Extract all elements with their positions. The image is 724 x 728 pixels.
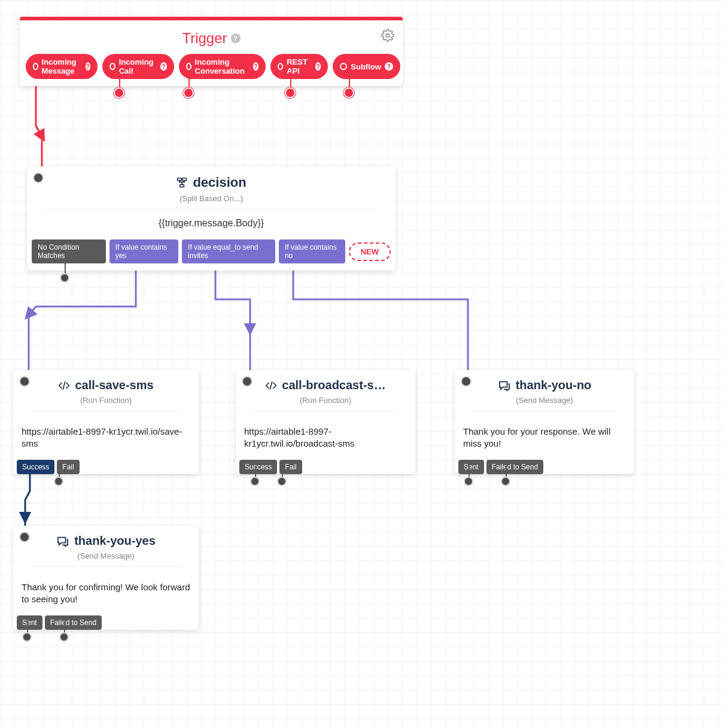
call-broadcast-title-text: call-broadcast-s… xyxy=(282,378,385,392)
call-save-sms-widget[interactable]: call-save-sms (Run Function) https://air… xyxy=(13,370,199,474)
call-broadcast-subtitle: (Run Function) xyxy=(247,396,404,405)
new-condition-button[interactable]: NEW xyxy=(349,242,391,261)
connector-stub xyxy=(27,621,28,633)
connector-stub xyxy=(188,72,190,89)
pill-subflow[interactable]: Subflow? xyxy=(333,54,400,79)
out-fail[interactable]: Fail xyxy=(57,460,79,474)
node-input-dot[interactable] xyxy=(33,172,44,183)
connector-endpoint[interactable] xyxy=(114,87,124,98)
connector-stub xyxy=(290,72,291,89)
connector-endpoint[interactable] xyxy=(54,477,63,486)
help-icon[interactable]: ? xyxy=(231,34,241,43)
call-broadcast-body: https://airtable1-8997-kr1ycr.twil.io/br… xyxy=(236,422,415,460)
trigger-title-text: Trigger xyxy=(182,30,227,47)
connector-stub xyxy=(349,72,350,89)
pill-rest-api[interactable]: REST API? xyxy=(270,54,328,79)
split-icon xyxy=(176,177,188,189)
settings-icon[interactable] xyxy=(381,29,394,42)
call-broadcast-title: call-broadcast-s… xyxy=(247,378,404,392)
chat-icon xyxy=(56,536,69,547)
node-input-dot[interactable] xyxy=(461,376,471,387)
svg-rect-1 xyxy=(178,178,182,181)
connector-endpoint[interactable] xyxy=(501,477,510,486)
thank-yes-title-text: thank-you-yes xyxy=(74,534,156,548)
connector-endpoint[interactable] xyxy=(183,87,194,98)
call-save-subtitle: (Run Function) xyxy=(24,396,188,405)
call-save-title-text: call-save-sms xyxy=(75,378,153,392)
connector-stub xyxy=(506,466,507,478)
connector-endpoint[interactable] xyxy=(464,477,473,486)
connector-stub xyxy=(255,466,256,478)
decision-body: {{trigger.message.Body}} xyxy=(38,216,385,235)
svg-rect-3 xyxy=(180,184,184,187)
out-failed[interactable]: Failed to Send xyxy=(486,460,543,474)
pill-label: Incoming Message xyxy=(42,57,82,75)
thank-yes-body: Thank you for confirming! We look forwar… xyxy=(13,578,199,615)
code-icon xyxy=(58,380,70,391)
chip-equal-send[interactable]: If value equal_to send invites xyxy=(182,239,275,263)
connector-endpoint[interactable] xyxy=(285,87,296,98)
pill-incoming-conversation[interactable]: Incoming Conversation? xyxy=(179,54,266,79)
node-input-dot[interactable] xyxy=(19,376,30,387)
pill-label: Incoming Call xyxy=(119,57,157,75)
thank-yes-title: thank-you-yes xyxy=(24,534,188,548)
pill-incoming-call[interactable]: Incoming Call? xyxy=(102,54,174,79)
out-success[interactable]: Success xyxy=(17,460,54,474)
trigger-widget[interactable]: Trigger ? Incoming Message? Incoming Cal… xyxy=(20,17,403,86)
thank-no-body: Thank you for your response. We will mis… xyxy=(455,422,634,460)
out-sent[interactable]: Sent xyxy=(458,460,484,474)
call-save-body: https://airtable1-8997-kr1ycr.twil.io/sa… xyxy=(13,422,199,460)
decision-title-text: decision xyxy=(193,175,246,190)
connector-stub xyxy=(59,466,60,478)
call-save-title: call-save-sms xyxy=(24,378,188,392)
chip-contains-yes[interactable]: If value contains yes xyxy=(109,239,178,263)
connector-stub xyxy=(119,72,120,89)
connector-stub xyxy=(64,621,65,633)
thank-yes-subtitle: (Send Message) xyxy=(24,551,188,560)
decision-title: decision xyxy=(38,175,385,190)
connector-endpoint[interactable] xyxy=(343,87,354,98)
connector-endpoint[interactable] xyxy=(59,632,69,642)
connector-stub xyxy=(282,466,283,478)
connector-endpoint[interactable] xyxy=(277,477,287,486)
svg-rect-2 xyxy=(182,178,187,181)
pill-incoming-message[interactable]: Incoming Message? xyxy=(26,54,98,79)
thank-you-no-widget[interactable]: thank-you-no (Send Message) Thank you fo… xyxy=(455,370,634,474)
thank-you-yes-widget[interactable]: thank-you-yes (Send Message) Thank you f… xyxy=(13,526,199,630)
chat-icon xyxy=(498,380,511,391)
out-success[interactable]: Success xyxy=(239,460,277,474)
trigger-title: Trigger ? xyxy=(182,30,240,47)
code-icon xyxy=(265,380,277,391)
thank-no-title-text: thank-you-no xyxy=(516,378,592,392)
call-broadcast-widget[interactable]: call-broadcast-s… (Run Function) https:/… xyxy=(236,370,415,474)
pill-label: Incoming Conversation xyxy=(195,57,250,75)
svg-point-0 xyxy=(386,34,390,37)
node-input-dot[interactable] xyxy=(19,532,30,542)
connector-endpoint[interactable] xyxy=(250,477,260,486)
thank-no-title: thank-you-no xyxy=(466,378,623,392)
pill-label: Subflow xyxy=(351,62,381,71)
out-failed[interactable]: Failed to Send xyxy=(45,615,102,630)
out-sent[interactable]: Sent xyxy=(17,615,42,630)
chip-contains-no[interactable]: If value contains no xyxy=(279,239,345,263)
connector-endpoint[interactable] xyxy=(60,273,69,283)
decision-subtitle: (Split Based On...) xyxy=(38,194,385,203)
connector-stub xyxy=(469,466,470,478)
node-input-dot[interactable] xyxy=(242,376,253,387)
decision-widget[interactable]: decision (Split Based On...) {{trigger.m… xyxy=(27,166,396,271)
connector-endpoint[interactable] xyxy=(22,632,32,642)
connector-stub xyxy=(65,262,66,274)
flow-canvas[interactable]: Trigger ? Incoming Message? Incoming Cal… xyxy=(0,0,724,728)
thank-no-subtitle: (Send Message) xyxy=(466,396,623,405)
chip-no-match[interactable]: No Condition Matches xyxy=(32,239,106,263)
